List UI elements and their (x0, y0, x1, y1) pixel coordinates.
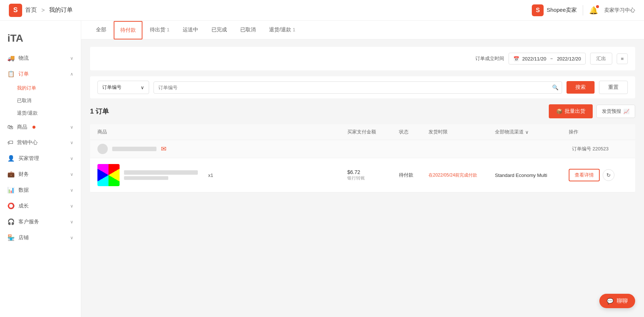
chevron-down-icon-2: ∨ (70, 125, 73, 130)
sidebar-item-my-order[interactable]: 我的订单 (17, 82, 81, 94)
breadcrumb-sep: > (41, 7, 45, 14)
sidebar-item-data[interactable]: 📊 数据 ∨ (0, 182, 81, 198)
sidebar-item-customer-service[interactable]: 🎧 客户服务 ∨ (0, 214, 81, 230)
date-range-picker[interactable]: 📅 2022/11/20 － 2022/12/20 (509, 53, 586, 65)
col-amount: 买家支付金额 (347, 129, 399, 135)
nav-left: S 首页 > 我的订单 (9, 4, 73, 17)
home-link[interactable]: 首页 (25, 6, 37, 14)
sidebar-label-finance: 财务 (18, 171, 29, 178)
order-meta-row: ✉ 订单编号 220523 (90, 140, 635, 158)
sidebar-label-growth: 成长 (18, 203, 29, 209)
order-status: 待付款 (399, 172, 428, 178)
batch-ship-label: 批量出货 (565, 108, 585, 115)
page-title: 我的订单 (49, 6, 73, 14)
product-icon: 🛍 (7, 124, 13, 130)
nav-right: S Shopee卖家 🔔 卖家学习中心 (532, 4, 635, 16)
table-header: 商品 买家支付金额 状态 发货时限 全部物流渠道 ∨ 操作 (90, 124, 635, 140)
forecast-label: 发货预报 (602, 108, 621, 115)
seller-avatar (97, 144, 108, 154)
chevron-down-icon: ∨ (70, 56, 73, 61)
view-detail-button[interactable]: 查看详情 (569, 169, 600, 181)
date-start: 2022/11/20 (522, 56, 546, 62)
logistics-icon: 🚚 (7, 55, 15, 62)
chevron-down-icon-3: ∨ (70, 140, 73, 145)
search-icon[interactable]: 🔍 (552, 84, 558, 90)
sidebar-item-product[interactable]: 🛍 商品 ∨ (0, 119, 81, 135)
seller-logo: S (532, 4, 544, 16)
data-icon: 📊 (7, 187, 15, 194)
product-cell: x1 (97, 164, 347, 186)
ship-icon: 📦 (556, 108, 562, 114)
chart-icon: 📈 (623, 109, 630, 114)
service-icon: 🎧 (7, 218, 15, 225)
growth-icon: ⭕ (7, 202, 15, 209)
sidebar-label-store: 店铺 (18, 234, 29, 241)
sidebar-item-logistics[interactable]: 🚚 物流 ∨ (0, 50, 81, 66)
sidebar-label-service: 客户服务 (18, 219, 39, 225)
sidebar-item-finance[interactable]: 💼 财务 ∨ (0, 166, 81, 182)
calendar-icon: 📅 (513, 56, 519, 62)
sidebar-item-store[interactable]: 🏪 店铺 ∨ (0, 230, 81, 245)
product-variant-blurred (124, 176, 168, 180)
ita-label: iTA (0, 27, 81, 50)
tab-refund[interactable]: 退货/退款 1 (263, 21, 301, 39)
product-dot-badge (32, 126, 35, 129)
logistics-header-label: 全部物流渠道 (495, 129, 524, 135)
sidebar-item-buyer-mgmt[interactable]: 👤 买家管理 ∨ (0, 150, 81, 166)
deadline-text: 在2022/05/24前完成付款 (428, 172, 495, 178)
sidebar-item-cancelled[interactable]: 已取消 (17, 94, 81, 107)
notification-dot (596, 5, 599, 8)
tab-shipping[interactable]: 运送中 (177, 21, 204, 39)
menu-icon-button[interactable]: ≡ (617, 53, 628, 64)
order-actions: 📦 批量出货 发货预报 📈 (549, 104, 635, 118)
sidebar-label-logistics: 物流 (18, 55, 29, 62)
chevron-up-icon: ∧ (70, 72, 73, 77)
sidebar-item-growth[interactable]: ⭕ 成长 ∨ (0, 198, 81, 214)
filter-row: 订单成立时间 📅 2022/11/20 － 2022/12/20 汇出 ≡ (90, 47, 635, 70)
col-deadline: 发货时限 (428, 129, 495, 135)
finance-icon: 💼 (7, 171, 15, 178)
chevron-down-icon-9: ∨ (70, 235, 73, 240)
order-icon: 📋 (7, 70, 15, 77)
col-logistics[interactable]: 全部物流渠道 ∨ (495, 129, 569, 135)
search-input[interactable] (154, 81, 562, 94)
tab-completed[interactable]: 已完成 (206, 21, 233, 39)
tab-pending-ship[interactable]: 待出货 1 (144, 21, 175, 39)
search-button[interactable]: 搜索 (566, 81, 595, 94)
forecast-button[interactable]: 发货预报 📈 (596, 105, 635, 118)
sidebar-label-marketing: 营销中心 (17, 139, 38, 146)
search-type-select[interactable]: 订单编号 ∨ (97, 81, 149, 94)
date-sep: － (549, 55, 554, 62)
reset-button[interactable]: 重置 (599, 81, 628, 94)
chevron-down-icon-8: ∨ (70, 219, 73, 224)
sidebar-item-refund[interactable]: 退货/退款 (17, 107, 81, 119)
batch-ship-button[interactable]: 📦 批量出货 (549, 104, 593, 118)
price-cell: $6.72 银行转账 (347, 169, 399, 181)
content-area: 订单成立时间 📅 2022/11/20 － 2022/12/20 汇出 ≡ 订单… (81, 39, 644, 200)
refresh-icon: ↻ (606, 172, 611, 178)
col-status: 状态 (399, 129, 428, 135)
sidebar-label-order: 订单 (18, 71, 29, 77)
main-layout: iTA 🚚 物流 ∨ 📋 订单 ∧ 我的订单 已取消 退货/退款 🛍 (0, 21, 644, 317)
sidebar: iTA 🚚 物流 ∨ 📋 订单 ∧ 我的订单 已取消 退货/退款 🛍 (0, 21, 81, 317)
date-label: 订单成立时间 (475, 55, 504, 62)
tab-all[interactable]: 全部 (90, 21, 112, 39)
tab-pending-pay[interactable]: 待付款 (114, 21, 142, 39)
sidebar-item-order[interactable]: 📋 订单 ∧ (0, 66, 81, 82)
more-action-button[interactable]: ↻ (603, 169, 614, 181)
action-cell: 查看详情 ↻ (569, 169, 628, 181)
seller-name: Shopee卖家 (547, 7, 577, 14)
chat-float-button[interactable]: 💬 聊聊 (599, 294, 635, 308)
sidebar-item-marketing[interactable]: 🏷 营销中心 ∨ (0, 135, 81, 150)
seller-info: S Shopee卖家 (532, 4, 577, 16)
price-value: $6.72 (347, 169, 399, 175)
notification-bell[interactable]: 🔔 (589, 6, 598, 15)
search-row: 订单编号 ∨ 🔍 搜索 重置 (90, 76, 635, 98)
order-table: 商品 买家支付金额 状态 发货时限 全部物流渠道 ∨ 操作 (90, 124, 635, 192)
tab-cancelled[interactable]: 已取消 (234, 21, 262, 39)
message-icon[interactable]: ✉ (161, 145, 166, 153)
chevron-down-icon-6: ∨ (70, 188, 73, 193)
filter-right: 订单成立时间 📅 2022/11/20 － 2022/12/20 汇出 ≡ (475, 53, 628, 65)
export-button[interactable]: 汇出 (590, 53, 612, 65)
learning-center-link[interactable]: 卖家学习中心 (604, 7, 635, 14)
